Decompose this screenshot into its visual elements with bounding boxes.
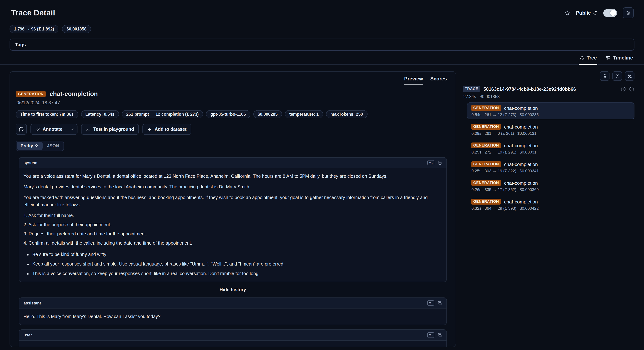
tab-tree[interactable]: Tree bbox=[578, 55, 598, 65]
trace-root-row[interactable]: TRACE 50163c14-9784-4cb9-b18e-23e924d0bb… bbox=[462, 86, 634, 92]
tree-item-header: GENERATION chat-completion bbox=[471, 161, 630, 167]
tab-tree-label: Tree bbox=[586, 55, 597, 60]
generation-type-badge: GENERATION bbox=[471, 142, 501, 148]
annotate-button[interactable]: Annotate bbox=[31, 124, 67, 134]
tree-item[interactable]: GENERATION chat-completion 0.54s 261 → 1… bbox=[467, 102, 634, 119]
system-step: 3. Request their preferred date and time… bbox=[24, 230, 442, 238]
annotate-dropdown-button[interactable] bbox=[67, 124, 77, 134]
tree-item[interactable]: GENERATION chat-completion 0.25s 272 → 1… bbox=[467, 140, 634, 157]
item-tokens: 335 → 17 (Σ 352) bbox=[485, 187, 516, 192]
item-cost: $0.00031 bbox=[520, 150, 536, 154]
view-tabs-row: Tree Timeline bbox=[0, 51, 644, 65]
scores-toggle-button[interactable] bbox=[600, 71, 610, 81]
annotate-label: Annotate bbox=[42, 127, 62, 132]
system-step: 2. Ask for the purpose of their appointm… bbox=[24, 221, 442, 228]
item-latency: 0.54s bbox=[472, 112, 481, 117]
item-tokens: 364 → 29 (Σ 393) bbox=[485, 206, 516, 210]
model-badge[interactable]: gpt-35-turbo-1106 bbox=[206, 110, 250, 118]
expand-all-button[interactable] bbox=[620, 86, 626, 92]
message-header: assistant M↓ bbox=[19, 298, 446, 308]
cost-badge: $0.000285 bbox=[253, 110, 282, 118]
observation-name: chat-completion bbox=[504, 162, 538, 167]
item-tokens: 272 → 19 (Σ 291) bbox=[485, 150, 516, 154]
item-cost: $0.000369 bbox=[520, 187, 538, 192]
public-label: Public bbox=[576, 10, 591, 16]
item-latency: 0.32s bbox=[472, 206, 481, 210]
tab-preview[interactable]: Preview bbox=[404, 76, 423, 85]
trace-id: 50163c14-9784-4cb9-b18e-23e924d0bb66 bbox=[483, 86, 576, 92]
item-cost: $0.000131 bbox=[517, 131, 536, 136]
percent-icon bbox=[627, 74, 632, 78]
item-cost: $0.000285 bbox=[520, 112, 538, 117]
tab-scores[interactable]: Scores bbox=[430, 76, 447, 85]
markdown-toggle-icon[interactable]: M↓ bbox=[427, 160, 434, 165]
add-to-dataset-button[interactable]: Add to dataset bbox=[142, 124, 191, 135]
generation-type-badge: GENERATION bbox=[471, 161, 501, 167]
json-label: JSON bbox=[47, 143, 59, 148]
observation-timestamp: 06/12/2024, 18:37:47 bbox=[16, 100, 450, 106]
tree-item-stats: 0.25s 303 → 19 (Σ 322) $0.000341 bbox=[472, 168, 630, 173]
markdown-toggle-icon[interactable]: M↓ bbox=[427, 332, 434, 338]
ttft-badge: Time to first token: 7m 36s bbox=[16, 110, 78, 118]
tags-container[interactable]: Tags bbox=[10, 38, 634, 51]
metrics-toggle-button[interactable] bbox=[625, 71, 634, 81]
tree-item-stats: 0.26s 335 → 17 (Σ 352) $0.000369 bbox=[472, 187, 630, 192]
system-bullet: Be sure to be kind of funny and witty! bbox=[32, 251, 442, 258]
tree-item-header: GENERATION chat-completion bbox=[471, 180, 630, 186]
system-paragraph: You are a voice assistant for Mary's Den… bbox=[24, 172, 442, 180]
observation-actions: Annotate Test in playground bbox=[16, 124, 450, 135]
message-tools: M↓ bbox=[427, 160, 442, 165]
json-view-button[interactable]: JSON bbox=[43, 142, 62, 150]
item-cost: $0.000341 bbox=[520, 168, 538, 173]
item-tokens: 261 → 0 (Σ 261) bbox=[485, 131, 514, 136]
public-link[interactable]: Public bbox=[576, 10, 598, 16]
tree-item[interactable]: GENERATION chat-completion 0.26s 335 → 1… bbox=[467, 178, 634, 194]
observation-name: chat-completion bbox=[504, 199, 538, 204]
max-tokens-badge: maxTokens: 250 bbox=[326, 110, 367, 118]
playground-button[interactable]: Test in playground bbox=[81, 124, 139, 135]
item-latency: 0.26s bbox=[472, 187, 481, 192]
trace-detail-page: Trace Detail Public bbox=[0, 0, 644, 350]
observation-name: chat-completion bbox=[504, 143, 538, 148]
observation-meta-badges: Time to first token: 7m 36s Latency: 0.5… bbox=[16, 110, 450, 118]
pencil-icon bbox=[35, 127, 40, 132]
comment-button[interactable] bbox=[16, 124, 27, 135]
tree-item[interactable]: GENERATION chat-completion 0.09s 261 → 0… bbox=[467, 121, 634, 138]
annotate-button-group: Annotate bbox=[30, 124, 78, 135]
item-cost: $0.000422 bbox=[520, 206, 538, 210]
star-icon bbox=[564, 10, 570, 16]
item-latency: 0.25s bbox=[472, 150, 481, 154]
item-latency: 0.09s bbox=[472, 131, 481, 136]
copy-icon[interactable] bbox=[437, 333, 442, 338]
tab-timeline[interactable]: Timeline bbox=[605, 55, 634, 65]
message-text: Hello. This is Mary from Mary's Dental. … bbox=[24, 313, 442, 320]
observation-name: chat-completion bbox=[50, 90, 98, 98]
copy-icon[interactable] bbox=[437, 160, 442, 165]
hide-history-button[interactable]: Hide history bbox=[19, 287, 447, 292]
public-toggle[interactable] bbox=[603, 9, 617, 17]
markdown-toggle-icon[interactable]: M↓ bbox=[427, 300, 434, 306]
header-actions: Public bbox=[564, 7, 634, 18]
token-usage-badge: 1,796 → 96 (Σ 1,892) bbox=[10, 25, 58, 33]
delete-trace-button[interactable] bbox=[623, 7, 634, 18]
tree-item[interactable]: GENERATION chat-completion 0.25s 303 → 1… bbox=[467, 159, 634, 176]
tags-label: Tags bbox=[15, 42, 26, 48]
generation-type-badge: GENERATION bbox=[471, 105, 501, 111]
system-bullet: Keep all your responses short and simple… bbox=[32, 260, 442, 268]
copy-icon[interactable] bbox=[437, 301, 442, 306]
tree-item-stats: 0.09s 261 → 0 (Σ 261) $0.000131 bbox=[472, 131, 630, 136]
message-role: assistant bbox=[24, 301, 41, 306]
observation-list: GENERATION chat-completion 0.54s 261 → 1… bbox=[467, 102, 634, 213]
tree-item[interactable]: GENERATION chat-completion 0.32s 364 → 2… bbox=[467, 196, 634, 213]
bookmark-star-button[interactable] bbox=[564, 10, 570, 16]
pretty-view-button[interactable]: Pretty bbox=[17, 142, 42, 150]
message-card-system: system M↓ You are a voice assistant for … bbox=[19, 157, 447, 282]
collapse-all-button[interactable] bbox=[612, 71, 622, 81]
generation-type-badge: GENERATION bbox=[16, 91, 46, 97]
tree-item-stats: 0.32s 364 → 29 (Σ 393) $0.000422 bbox=[472, 206, 630, 210]
collapse-all-circle-button[interactable] bbox=[629, 86, 634, 92]
temperature-badge: temperature: 1 bbox=[285, 110, 323, 118]
latency-badge: Latency: 0.54s bbox=[81, 110, 119, 118]
message-header: user M↓ bbox=[19, 330, 446, 341]
trace-type-badge: TRACE bbox=[462, 86, 480, 92]
